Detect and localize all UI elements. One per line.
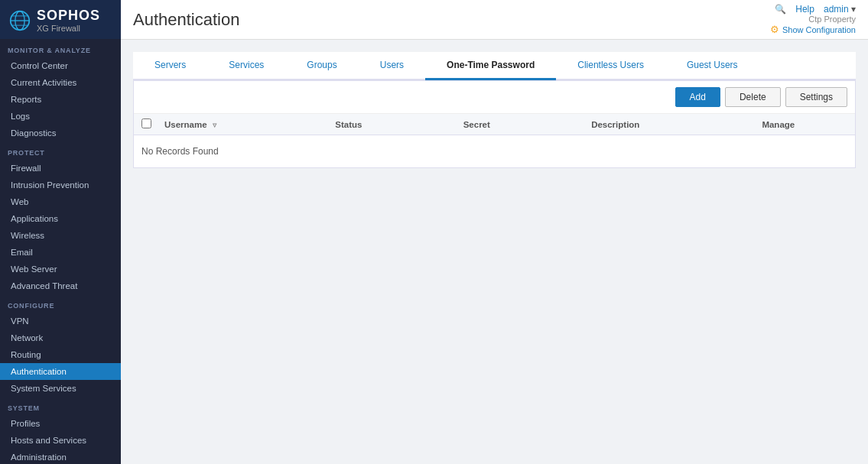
settings-button[interactable]: Settings xyxy=(785,87,847,107)
sidebar-section-label: SYSTEM xyxy=(0,397,121,415)
sidebar-section-label: CONFIGURE xyxy=(0,294,121,313)
table-toolbar: Add Delete Settings xyxy=(134,81,855,114)
sidebar-item-web[interactable]: Web xyxy=(0,193,121,210)
column-description: Description xyxy=(591,120,762,129)
sidebar-logo: SOPHOS XG Firewall xyxy=(0,0,121,39)
tab-clientless-users[interactable]: Clientless Users xyxy=(556,52,665,80)
sidebar-item-profiles[interactable]: Profiles xyxy=(0,415,121,432)
delete-button[interactable]: Delete xyxy=(725,87,781,107)
sidebar-item-wireless[interactable]: Wireless xyxy=(0,227,121,244)
sidebar-item-reports[interactable]: Reports xyxy=(0,91,121,108)
sidebar-item-email[interactable]: Email xyxy=(0,244,121,261)
sidebar-item-administration[interactable]: Administration xyxy=(0,449,121,464)
main-content: Authentication 🔍 Help admin Ctp Property… xyxy=(121,0,868,464)
sidebar-item-system-services[interactable]: System Services xyxy=(0,380,121,397)
sidebar-item-routing[interactable]: Routing xyxy=(0,346,121,363)
tab-users[interactable]: Users xyxy=(359,52,425,80)
topbar-right: 🔍 Help admin Ctp Property ⚙ Show Configu… xyxy=(770,4,856,35)
sidebar-item-hosts-and-services[interactable]: Hosts and Services xyxy=(0,432,121,449)
sidebar: SOPHOS XG Firewall MONITOR & ANALYZECont… xyxy=(0,0,121,464)
search-icon: 🔍 xyxy=(775,4,786,15)
page-title: Authentication xyxy=(133,10,239,30)
sidebar-section-label: PROTECT xyxy=(0,141,121,160)
admin-menu[interactable]: admin xyxy=(824,4,856,15)
column-status: Status xyxy=(335,120,463,129)
column-secret: Secret xyxy=(463,120,591,129)
sidebar-item-diagnostics[interactable]: Diagnostics xyxy=(0,125,121,141)
no-records-message: No Records Found xyxy=(134,135,855,167)
tab-services[interactable]: Services xyxy=(207,52,285,80)
sidebar-item-current-activities[interactable]: Current Activities xyxy=(0,74,121,91)
sidebar-item-web-server[interactable]: Web Server xyxy=(0,261,121,277)
sidebar-item-authentication[interactable]: Authentication xyxy=(0,363,121,380)
help-link[interactable]: Help xyxy=(795,4,814,15)
column-username: Username ▿ xyxy=(164,120,335,129)
add-button[interactable]: Add xyxy=(675,87,720,107)
sidebar-item-firewall[interactable]: Firewall xyxy=(0,160,121,177)
tab-one-time-password[interactable]: One-Time Password xyxy=(425,52,556,80)
sidebar-item-advanced-threat[interactable]: Advanced Threat xyxy=(0,277,121,294)
sidebar-section-label: MONITOR & ANALYZE xyxy=(0,39,121,57)
select-all-checkbox[interactable] xyxy=(141,118,151,128)
show-config-link[interactable]: ⚙ Show Configuration xyxy=(770,24,856,35)
sidebar-item-applications[interactable]: Applications xyxy=(0,210,121,227)
tab-bar: ServersServicesGroupsUsersOne-Time Passw… xyxy=(133,52,856,80)
tab-guest-users[interactable]: Guest Users xyxy=(665,52,759,80)
brand-name: SOPHOS xyxy=(37,8,100,24)
filter-icon[interactable]: ▿ xyxy=(213,121,216,129)
tab-servers[interactable]: Servers xyxy=(133,52,207,80)
sidebar-item-logs[interactable]: Logs xyxy=(0,108,121,125)
sidebar-item-intrusion-prevention[interactable]: Intrusion Prevention xyxy=(0,177,121,193)
sidebar-item-control-center[interactable]: Control Center xyxy=(0,57,121,74)
sophos-globe-icon xyxy=(9,10,31,31)
content-area: ServersServicesGroupsUsersOne-Time Passw… xyxy=(121,40,868,464)
table-header: Username ▿ Status Secret Description Man… xyxy=(134,114,855,135)
ctp-property: Ctp Property xyxy=(808,15,856,24)
table-area: Add Delete Settings Username ▿ Status Se… xyxy=(133,80,856,168)
topbar: Authentication 🔍 Help admin Ctp Property… xyxy=(121,0,868,40)
tab-groups[interactable]: Groups xyxy=(285,52,358,80)
sidebar-item-network[interactable]: Network xyxy=(0,329,121,346)
column-manage: Manage xyxy=(762,120,847,129)
product-name: XG Firewall xyxy=(37,24,100,33)
sidebar-item-vpn[interactable]: VPN xyxy=(0,313,121,329)
gear-icon: ⚙ xyxy=(770,24,779,35)
